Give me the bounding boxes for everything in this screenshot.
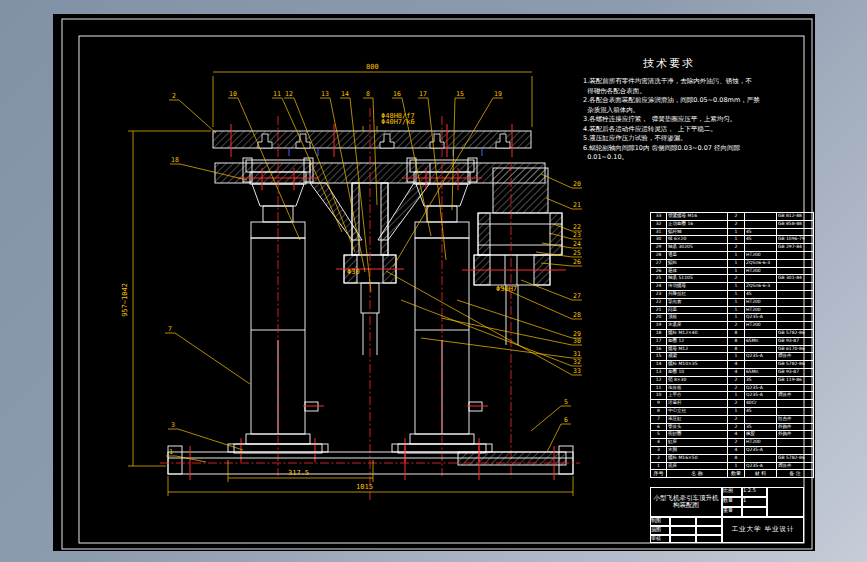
drawn-name — [670, 517, 696, 526]
balloon-8: 8 — [366, 90, 370, 98]
balloon-3: 3 — [171, 421, 175, 429]
bom-row: 28透盖1HT200 — [651, 251, 814, 259]
dim-base-inner: 317.5 — [288, 469, 309, 477]
cad-application-window: 800 957~1042 317.5 1015 Φ48H8/f7 Φ40H7/k… — [0, 0, 867, 562]
bom-row: 20顶板1Q235-A — [651, 314, 814, 322]
title-block: 小型飞机牵引车顶升机构装配图 制图 描图 审核 比例 1:2.5 数量 1 重量… — [650, 479, 804, 543]
bom-row: 10上平台1Q235-A焊接件 — [651, 392, 814, 400]
audit-label: 审核 — [650, 535, 670, 543]
weight-value — [742, 507, 767, 517]
balloon-24: 24 — [573, 240, 581, 248]
balloon-5: 5 — [564, 398, 568, 406]
datum-marks — [289, 148, 482, 156]
balloon-7: 7 — [168, 325, 172, 333]
school-name: 工业大学 毕业设计 — [722, 517, 804, 543]
balloon-28: 28 — [573, 311, 581, 319]
balloon-5 — [531, 406, 561, 431]
balloon-26: 26 — [573, 258, 581, 266]
qty-label: 数量 — [722, 497, 742, 507]
bom-row: 2螺栓 M16×508GB 5782-86 — [651, 454, 814, 462]
bom-row: 8中心立柱145 — [651, 407, 814, 415]
drawing-no-cell — [767, 487, 804, 517]
bom-row: 26箱体1HT200 — [651, 267, 814, 275]
balloon-19: 19 — [494, 90, 502, 98]
balloon-30: 30 — [573, 337, 581, 345]
balloon-31: 31 — [573, 350, 581, 358]
tech-req-line: 得碰伤各配合表面。 — [583, 87, 798, 97]
tech-req-lines: 1.装配前所有零件均需清洗干净，去除内外油污、锈蚀，不 得碰伤各配合表面。2.各… — [583, 77, 798, 163]
balloon-18: 18 — [171, 156, 179, 164]
bom-row: 24传动螺母1ZQSn6-6-3 — [651, 283, 814, 291]
bom-row: 15横梁1Q235-A焊接件 — [651, 353, 814, 361]
bom-body: 33锁紧螺母 M162GB 812-8832止动垫圈 162GB 858-883… — [651, 213, 814, 478]
bom-row: 19支承座2HT200 — [651, 322, 814, 330]
balloon-10: 10 — [229, 90, 237, 98]
dim-hub-fit: Φ30H7 — [496, 285, 517, 293]
tech-req-line: 0.01~0.10。 — [583, 153, 798, 163]
balloon-13: 13 — [321, 90, 329, 98]
bom-row: 1底座1Q235-A焊接件 — [651, 462, 814, 470]
bom-row: 13垫圈 10465MnGB 93-87 — [651, 368, 814, 376]
balloon-17: 17 — [419, 90, 427, 98]
balloon-6: 6 — [564, 416, 568, 424]
balloon-23: 23 — [573, 231, 581, 239]
dim-base-outer: 1015 — [356, 483, 373, 491]
bom-row: 14螺栓 M10×354GB 5782-86 — [651, 361, 814, 369]
technical-requirements: 技术要求 1.装配前所有零件均需清洗干净，去除内外油污、锈蚀，不 得碰伤各配合表… — [583, 56, 798, 163]
tech-req-line: 4.装配后各运动件应运转灵活， 上下平稳二。 — [583, 125, 798, 135]
balloon-12: 12 — [285, 90, 293, 98]
bom-row: 5密封圈4橡胶外购件 — [651, 431, 814, 439]
balloon-16: 16 — [393, 90, 401, 98]
bom-row: 31蜗杆轴145 — [651, 228, 814, 236]
bom-row: 9活塞杆240Cr — [651, 400, 814, 408]
bom-row: 25轴承 511052GB 301-84 — [651, 275, 814, 283]
tech-req-line: 2.各配合表面装配前应涂润滑油，间隙0.05~0.08mm，严禁 — [583, 96, 798, 106]
bom-row: 18螺栓 M12×408GB 5782-86 — [651, 329, 814, 337]
bom-row: 27蜗轮1ZQSn6-6-3 — [651, 259, 814, 267]
bom-row: 32止动垫圈 162GB 858-88 — [651, 220, 814, 228]
bom-row: 33锁紧螺母 M162GB 812-88 — [651, 213, 814, 221]
balloon-15 — [452, 98, 455, 210]
balloon-2: 2 — [172, 92, 176, 100]
tech-req-title: 技术要求 — [583, 56, 798, 71]
trace-label: 描图 — [650, 526, 670, 535]
balloon-22: 22 — [573, 223, 581, 231]
balloon-32: 32 — [573, 358, 581, 366]
bom-row: 12销 8×30235GB 119-86 — [651, 376, 814, 384]
balloon-33: 33 — [573, 367, 581, 375]
balloon-29 — [457, 300, 572, 338]
drawn-label: 制图 — [650, 517, 670, 526]
bom-row: 29轴承 302052GB 297-84 — [651, 244, 814, 252]
tech-req-line: 6.蜗轮副轴向间隙10内 齿侧间隙0.03~0.07 径向间隙 — [583, 144, 798, 154]
dim-collar: Φ30 — [347, 268, 360, 276]
bom-row: 17垫圈 12865MnGB 93-87 — [651, 337, 814, 345]
dim-top-width: 800 — [366, 63, 379, 71]
balloon-14: 14 — [341, 90, 349, 98]
dim-fit-lower: Φ40H7/k6 — [381, 118, 415, 126]
balloon-21: 21 — [573, 201, 581, 209]
balloon-11: 11 — [273, 90, 281, 98]
balloon-20: 20 — [573, 180, 581, 188]
scale-value: 1:2.5 — [742, 487, 767, 497]
balloon-27: 27 — [573, 292, 581, 300]
bom-row: 16螺母 M128GB 6170-86 — [651, 345, 814, 353]
balloon-15: 15 — [456, 90, 464, 98]
tech-req-line: 杂质混入箱体内。 — [583, 106, 798, 116]
tech-req-line: 1.装配前所有零件均需清洗干净，去除内外油污、锈蚀，不 — [583, 77, 798, 87]
balloon-8 — [373, 98, 377, 205]
weight-label: 重量 — [722, 507, 742, 517]
top-plate — [213, 124, 531, 157]
balloon-1: 1 — [169, 448, 173, 456]
balloon-3 — [178, 429, 243, 450]
tech-req-line: 5.液压缸应作压力试验，不得渗漏。 — [583, 134, 798, 144]
scale-label: 比例 — [722, 487, 742, 497]
dim-height-range: 957~1042 — [121, 283, 129, 317]
bom-row: 11连接板2Q235-A — [651, 384, 814, 392]
drawing-title: 小型飞机牵引车顶升机构装配图 — [650, 487, 722, 517]
bom-row: 23升降丝杠145 — [651, 290, 814, 298]
bom-table: 33锁紧螺母 M162GB 812-8832止动垫圈 162GB 858-883… — [650, 212, 814, 478]
bom-header-row: 序号名 称数量材 料备 注 — [651, 470, 814, 478]
balloon-25: 25 — [573, 249, 581, 257]
qty-value: 1 — [742, 497, 767, 507]
bom-row: 4缸座2HT200 — [651, 439, 814, 447]
